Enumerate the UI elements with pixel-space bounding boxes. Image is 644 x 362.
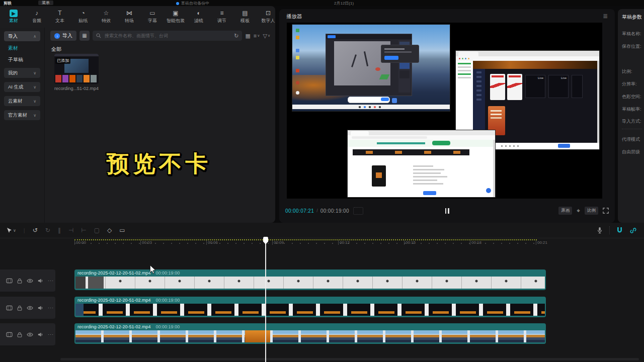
tab-audio[interactable]: ♪ 音频 bbox=[29, 10, 44, 24]
eye-icon[interactable] bbox=[27, 331, 33, 338]
grid-view-icon[interactable]: ▦ bbox=[245, 33, 250, 39]
magnet-toggle-icon[interactable] bbox=[616, 227, 623, 234]
link-toggle-icon[interactable] bbox=[629, 227, 637, 234]
lock-icon[interactable] bbox=[17, 278, 23, 284]
preview-window-desktop bbox=[292, 24, 450, 112]
filter-icon[interactable]: ▽∨ bbox=[263, 33, 270, 39]
eye-icon[interactable] bbox=[27, 305, 33, 311]
select-tool-button[interactable]: ∨ bbox=[6, 227, 16, 234]
preview-game-window bbox=[326, 34, 412, 96]
timeline-toolbar: ∨ | ↺ ↻ ∥ ⊣ ⊢ ▢ ◇ ▭ bbox=[0, 223, 644, 238]
video-track-icon bbox=[6, 331, 13, 338]
playhead[interactable] bbox=[265, 237, 266, 362]
delete-right-button[interactable]: ⊢ bbox=[81, 227, 86, 234]
timeline-panel: ∨ | ↺ ↻ ∥ ⊣ ⊢ ▢ ◇ ▭ bbox=[0, 223, 644, 362]
mute-icon[interactable] bbox=[37, 305, 44, 311]
tab-sticker[interactable]: ◔ 贴纸 bbox=[75, 10, 91, 24]
sidebar-group-cloud[interactable]: 云素材 ∨ bbox=[4, 96, 40, 106]
lock-icon[interactable] bbox=[17, 305, 23, 311]
timeline-horizontal-scrollbar[interactable] bbox=[60, 358, 639, 360]
current-timecode: 00:00:07:21 bbox=[285, 208, 314, 214]
transition-icon: ⋈ bbox=[126, 10, 132, 17]
adjust-icon: ≡ bbox=[220, 10, 223, 17]
split-button[interactable]: ∥ bbox=[58, 227, 61, 234]
media-thumbnail-card[interactable]: 已添加 bbox=[54, 54, 99, 84]
player-title: 播放器 bbox=[286, 13, 302, 20]
video-track-icon bbox=[6, 305, 13, 311]
tab-all-materials[interactable]: 全部 bbox=[51, 46, 61, 53]
timeline-ruler[interactable]: 00:00 00:03 00:06 00:09 00:12 00:15 00:1… bbox=[0, 238, 644, 247]
app-logo: 剪映 bbox=[4, 1, 12, 6]
fullscreen-icon[interactable] bbox=[603, 208, 609, 214]
video-track-icon bbox=[6, 278, 13, 284]
tab-smart-pack[interactable]: ▣ 智能包装 bbox=[168, 10, 183, 24]
track-header-2: ··· bbox=[0, 297, 55, 319]
tab-media[interactable]: ▶ 素材 bbox=[6, 10, 21, 24]
tab-templates[interactable]: ▤ 模板 bbox=[237, 10, 253, 24]
preview-notification bbox=[381, 45, 419, 63]
sidebar-group-mine[interactable]: 我的 ∨ bbox=[4, 68, 40, 78]
undo-button[interactable]: ↺ bbox=[33, 227, 38, 234]
tab-text[interactable]: T 文本 bbox=[52, 10, 67, 24]
draft-params-panel: 草稿参数 草稿名称: 保存位置: 比例: 分辨率: 色彩空间: 草稿帧率: 导入… bbox=[618, 9, 644, 223]
timeline-clip-2[interactable]: recording-2025-02-12-20-51-02.mp4 00:00:… bbox=[74, 297, 546, 317]
smart-pack-icon: ▣ bbox=[173, 10, 178, 17]
mask-button[interactable]: ◇ bbox=[107, 227, 112, 234]
ratio-button[interactable]: 比例 bbox=[585, 207, 598, 215]
cursor-icon bbox=[6, 227, 12, 234]
eye-icon[interactable] bbox=[27, 278, 33, 284]
digital-human-icon: ⊡ bbox=[266, 10, 271, 17]
delete-left-button[interactable]: ⊣ bbox=[68, 227, 73, 234]
tab-transition[interactable]: ⋈ 转场 bbox=[122, 10, 137, 24]
sidebar-group-official[interactable]: 官方素材 ∨ bbox=[4, 110, 40, 120]
tab-adjust[interactable]: ≡ 调节 bbox=[214, 10, 229, 24]
sidebar-group-ai[interactable]: AI 生成 ∨ bbox=[4, 82, 40, 92]
import-icon: ↓ bbox=[54, 33, 60, 39]
tab-captions[interactable]: ▭ 字幕 bbox=[145, 10, 160, 24]
material-library-button[interactable]: ▦ bbox=[79, 31, 90, 41]
pause-button[interactable] bbox=[445, 208, 449, 214]
timeline-clip-1[interactable]: recording-2025-02-12-20-51-02.mp4 00:00:… bbox=[74, 269, 546, 290]
mute-icon[interactable] bbox=[37, 278, 44, 284]
draft-title: 2月12日(1) bbox=[334, 1, 354, 6]
timeline-clip-3[interactable]: recording-2025-02-12-20-51-02.mp4 00:00:… bbox=[74, 323, 546, 344]
import-button[interactable]: ↓ 导入 bbox=[50, 31, 76, 41]
sidebar-item-material[interactable]: 素材 bbox=[8, 45, 18, 52]
ruler-tick: 00:15 bbox=[404, 240, 416, 245]
track-more-icon[interactable]: ··· bbox=[48, 332, 54, 337]
mute-icon[interactable] bbox=[37, 331, 44, 338]
text-icon: T bbox=[58, 10, 61, 17]
preview-window-webpage bbox=[347, 130, 496, 198]
lock-icon[interactable] bbox=[17, 331, 23, 338]
menu-button[interactable]: 菜单 bbox=[38, 1, 53, 5]
sort-icon[interactable]: ≡∨ bbox=[254, 33, 260, 39]
record-voice-icon[interactable] bbox=[596, 227, 603, 234]
ruler-tick: 00:00 bbox=[74, 240, 86, 245]
player-menu-icon[interactable]: ≣ bbox=[603, 13, 608, 20]
media-icon: ▶ bbox=[10, 10, 18, 17]
refresh-icon[interactable]: ↻ bbox=[234, 33, 238, 39]
tab-effects[interactable]: ☆ 特效 bbox=[99, 10, 114, 24]
sidebar-item-import[interactable]: 导入 ∧ bbox=[4, 31, 40, 41]
media-sidebar: 导入 ∧ 素材 子草稿 我的 ∨ AI 生成 ∨ 云素材 ∨ 官方素材 ∨ bbox=[0, 28, 45, 223]
quality-button[interactable]: 原画 bbox=[558, 207, 572, 215]
play-range-chip[interactable] bbox=[353, 207, 363, 215]
track-more-icon[interactable]: ··· bbox=[48, 305, 54, 310]
tab-digital-human[interactable]: ⊡ 数字人 bbox=[261, 10, 276, 24]
focus-icon[interactable]: ⌖ bbox=[577, 208, 580, 214]
redo-button[interactable]: ↻ bbox=[45, 227, 50, 234]
tab-filters[interactable]: ◐ 滤镜 bbox=[191, 10, 206, 24]
sticker-icon: ◔ bbox=[81, 10, 85, 17]
search-icon bbox=[96, 33, 101, 38]
preview-canvas[interactable]: Live Live bbox=[287, 23, 602, 199]
ruler-tick: 00:18 bbox=[470, 240, 481, 245]
param-save-path: 保存位置: bbox=[622, 43, 641, 50]
overlay-caption: 预览不卡 bbox=[107, 149, 211, 179]
sidebar-item-subdraft[interactable]: 子草稿 bbox=[8, 56, 23, 63]
search-input[interactable] bbox=[104, 33, 231, 39]
track-header-3: ··· bbox=[0, 323, 55, 345]
chevron-down-icon: ∨ bbox=[33, 71, 36, 75]
freeze-frame-button[interactable]: ▢ bbox=[94, 227, 100, 234]
track-more-icon[interactable]: ··· bbox=[48, 278, 54, 283]
marker-button[interactable]: ▭ bbox=[119, 227, 125, 234]
